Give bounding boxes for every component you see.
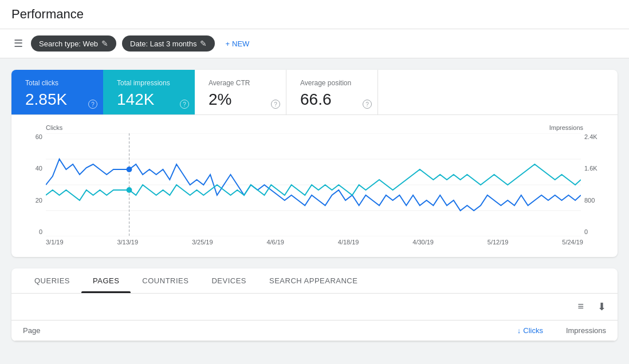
- y-axis-left-0: 0: [39, 228, 42, 235]
- date-filter[interactable]: Date: Last 3 months ✎: [122, 35, 215, 52]
- x-label-2: 3/25/19: [192, 239, 213, 246]
- total-clicks-help-icon[interactable]: ?: [88, 100, 97, 109]
- svg-point-7: [127, 187, 132, 193]
- new-button[interactable]: + NEW: [221, 36, 254, 52]
- filter-icon[interactable]: ☰: [11, 35, 25, 52]
- table-header-row: Page ↓ Clicks Impressions: [11, 321, 618, 341]
- x-label-4: 4/18/19: [338, 239, 359, 246]
- new-plus-icon: +: [225, 39, 230, 48]
- table-header-right: ↓ Clicks Impressions: [517, 326, 606, 335]
- total-impressions-value: 142K: [117, 92, 181, 108]
- y-axis-left-40: 40: [36, 165, 42, 172]
- download-icon[interactable]: ⬇: [595, 298, 608, 315]
- x-label-7: 5/24/19: [562, 239, 583, 246]
- search-type-filter[interactable]: Search type: Web ✎: [31, 35, 116, 52]
- y-axis-right-2_4k: 2.4K: [584, 133, 597, 140]
- x-label-0: 3/1/19: [46, 239, 64, 246]
- toolbar: ☰ Search type: Web ✎ Date: Last 3 months…: [0, 29, 629, 58]
- col-clicks-header[interactable]: ↓ Clicks: [517, 326, 543, 335]
- date-edit-icon: ✎: [200, 39, 207, 48]
- y-axis-right-1_6k: 1.6K: [584, 165, 597, 172]
- svg-point-6: [127, 167, 132, 172]
- metric-average-ctr[interactable]: Average CTR 2% ?: [195, 70, 286, 114]
- date-label: Date: Last 3 months: [130, 39, 196, 48]
- tab-actions: ≡ ⬇: [11, 294, 618, 321]
- chart-svg: [46, 133, 581, 236]
- total-clicks-value: 2.85K: [25, 92, 89, 108]
- table-filter-icon[interactable]: ≡: [575, 298, 586, 315]
- x-label-6: 5/12/19: [488, 239, 509, 246]
- search-type-edit-icon: ✎: [101, 39, 108, 48]
- average-ctr-value: 2%: [209, 92, 272, 108]
- new-label: NEW: [232, 39, 249, 48]
- main-content: Total clicks 2.85K ? Total impressions 1…: [0, 58, 629, 353]
- col-impressions-header: Impressions: [566, 326, 606, 335]
- y-axis-right-800: 800: [584, 197, 595, 204]
- y-axis-right-0: 0: [584, 228, 588, 235]
- metrics-card: Total clicks 2.85K ? Total impressions 1…: [11, 70, 618, 257]
- x-axis-labels: 3/1/19 3/13/19 3/25/19 4/6/19 4/18/19 4/…: [46, 239, 583, 246]
- total-impressions-help-icon[interactable]: ?: [180, 100, 189, 109]
- col-page-header: Page: [23, 326, 40, 335]
- page-title: Performance: [11, 7, 84, 21]
- metric-total-impressions[interactable]: Total impressions 142K ?: [103, 70, 195, 114]
- total-impressions-label: Total impressions: [117, 79, 181, 87]
- chart-left-axis-label: Clicks: [46, 124, 62, 131]
- chart-area: Clicks Impressions 60 40 20 0: [11, 115, 618, 257]
- sort-icon: ↓: [517, 326, 521, 335]
- tab-search-appearance[interactable]: SEARCH APPEARANCE: [258, 268, 369, 293]
- tab-queries[interactable]: QUERIES: [23, 268, 81, 293]
- tabs-row: QUERIES PAGES COUNTRIES DEVICES SEARCH A…: [11, 268, 618, 294]
- average-position-label: Average position: [300, 79, 364, 87]
- average-ctr-label: Average CTR: [209, 79, 272, 87]
- y-axis-left-60: 60: [36, 133, 42, 140]
- metrics-row: Total clicks 2.85K ? Total impressions 1…: [11, 70, 618, 115]
- average-position-value: 66.6: [300, 92, 364, 108]
- x-label-1: 3/13/19: [117, 239, 138, 246]
- average-position-help-icon[interactable]: ?: [363, 100, 372, 109]
- chart-right-axis-label: Impressions: [549, 124, 583, 131]
- x-label-5: 4/30/19: [412, 239, 434, 246]
- tab-pages[interactable]: PAGES: [81, 268, 131, 293]
- total-clicks-label: Total clicks: [25, 79, 89, 87]
- search-type-label: Search type: Web: [39, 39, 98, 48]
- page-header: Performance: [0, 0, 629, 29]
- metric-average-position[interactable]: Average position 66.6 ?: [286, 70, 378, 114]
- y-axis-left-20: 20: [36, 197, 42, 204]
- tabs-card: QUERIES PAGES COUNTRIES DEVICES SEARCH A…: [11, 268, 618, 341]
- tab-devices[interactable]: DEVICES: [200, 268, 258, 293]
- x-label-3: 4/6/19: [266, 239, 284, 246]
- metric-total-clicks[interactable]: Total clicks 2.85K ?: [11, 70, 103, 114]
- average-ctr-help-icon[interactable]: ?: [271, 100, 280, 109]
- tab-countries[interactable]: COUNTRIES: [131, 268, 200, 293]
